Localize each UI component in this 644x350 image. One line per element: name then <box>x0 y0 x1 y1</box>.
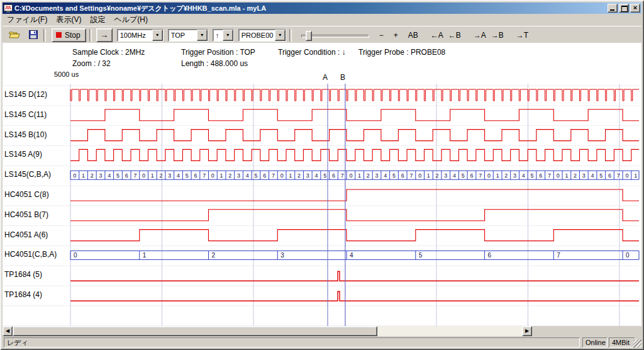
bus-value: 6 <box>539 172 542 179</box>
maximize-button[interactable] <box>619 4 629 13</box>
digital-wave <box>70 149 639 161</box>
bus-value: 3 <box>99 172 103 179</box>
bus-value: 4 <box>453 172 456 179</box>
bus-value: 5 <box>323 172 326 179</box>
menu-settings[interactable]: 設定 <box>86 13 109 26</box>
minimize-button[interactable] <box>608 4 618 13</box>
bus-value: 0 <box>557 172 560 179</box>
bus-value: 0 <box>73 172 76 179</box>
bus-value: 2 <box>367 172 370 179</box>
app-icon[interactable] <box>4 4 13 13</box>
bus-value: 1 <box>220 172 223 179</box>
bus-value: 3 <box>280 252 284 259</box>
close-icon: × <box>633 4 637 11</box>
bus-value: 3 <box>168 172 171 179</box>
slider-handle[interactable] <box>306 31 312 41</box>
bus-value: 3 <box>444 172 447 179</box>
sample-clock-info: Sample Clock : 2MHz <box>72 48 145 57</box>
bus-value: 4 <box>522 172 525 179</box>
resize-grip[interactable] <box>633 339 641 347</box>
dropdown-arrow-icon[interactable]: ▼ <box>152 30 163 41</box>
digital-wave <box>70 130 639 141</box>
save-button[interactable] <box>26 28 40 42</box>
sample-clock-combo[interactable]: 100MHz ▼ <box>117 29 164 42</box>
bus-value: 5 <box>392 172 396 179</box>
trigger-condition-info: Trigger Condition : ↓ <box>278 48 346 57</box>
scrollbar-thumb[interactable] <box>13 326 377 336</box>
status-bar: レディ Online 4MBit <box>3 337 641 347</box>
zoom-out-button[interactable]: − <box>377 30 386 41</box>
close-button[interactable]: × <box>630 4 640 13</box>
channel-label: LS145 B(10) <box>4 130 47 139</box>
bus-value: 7 <box>557 252 560 259</box>
trigger-probe-info: Trigger Probe : PROBE08 <box>358 48 445 57</box>
window-controls: × <box>608 4 640 13</box>
status-memory: 4MBit <box>609 337 635 347</box>
bus-value: 6 <box>194 172 197 179</box>
bus-value: 2 <box>504 172 508 179</box>
bus-value: 7 <box>548 172 551 179</box>
channel-label: HC4051(C,B,A) <box>4 250 57 259</box>
scroll-left-button[interactable]: ◀ <box>3 326 13 336</box>
trigger-position-combo[interactable]: TOP ▼ <box>168 29 208 42</box>
bus-value: 7 <box>133 172 136 179</box>
cursor-b-label: B <box>340 73 345 82</box>
run-button[interactable]: → <box>96 28 113 42</box>
stop-button[interactable]: Stop <box>52 28 86 42</box>
bus-value: 6 <box>125 172 128 179</box>
scroll-right-button[interactable]: ▶ <box>522 326 532 336</box>
bus-value: 0 <box>626 252 630 259</box>
bus-value: 3 <box>237 172 240 179</box>
title-bar: C:¥Documents and Settings¥noname¥デスクトップ¥… <box>3 3 641 14</box>
horizontal-scrollbar[interactable]: ◀ ▶ <box>3 326 532 336</box>
goto-cursor-a-button[interactable]: ←A <box>428 30 446 41</box>
bus-value: 0 <box>487 172 491 179</box>
bus-value: 6 <box>263 172 266 179</box>
status-message: レディ <box>4 337 580 347</box>
set-cursor-a-button[interactable]: →A <box>471 30 489 41</box>
bus-value: 2 <box>297 172 301 179</box>
client-area: Sample Clock : 2MHz Trigger Position : T… <box>3 43 641 326</box>
open-button[interactable] <box>6 28 23 42</box>
goto-trigger-button[interactable]: →T <box>514 30 531 41</box>
trigger-position-info: Trigger Position : TOP <box>181 48 255 57</box>
menu-help[interactable]: ヘルプ(H) <box>109 13 152 26</box>
toolbar-separator <box>89 29 92 42</box>
ab-range-button[interactable]: AB <box>406 30 421 41</box>
channel-label: HC4051 A(6) <box>4 230 48 239</box>
menu-file[interactable]: ファイル(F) <box>3 13 52 26</box>
trigger-probe-combo[interactable]: PROBE00 ▼ <box>238 29 286 42</box>
waveform-canvas[interactable]: 0123456701234567012345670123456701234567… <box>3 84 640 326</box>
menu-bar: ファイル(F) 表示(V) 設定 ヘルプ(H) <box>3 14 641 26</box>
trigger-edge-combo[interactable]: ↑ ▼ <box>213 29 234 42</box>
bus-value: 5 <box>186 172 189 179</box>
zoom-in-button[interactable]: + <box>391 30 401 41</box>
bus-value: 1 <box>289 172 292 179</box>
digital-wave <box>70 189 639 201</box>
bus-value: 3 <box>306 172 309 179</box>
channel-label: LS145 A(9) <box>4 150 42 159</box>
menu-view[interactable]: 表示(V) <box>52 13 86 26</box>
bus-value: 1 <box>427 172 430 179</box>
bus-value: 2 <box>574 172 577 179</box>
minimize-icon <box>610 9 614 11</box>
dropdown-arrow-icon[interactable]: ▼ <box>275 30 286 41</box>
zoom-slider[interactable] <box>301 29 369 42</box>
toolbar-separator <box>43 29 46 42</box>
zoom-info: Zoom : / 32 <box>72 59 111 68</box>
dropdown-arrow-icon[interactable]: ▼ <box>223 30 233 41</box>
bus-value: 1 <box>358 172 361 179</box>
dropdown-arrow-icon[interactable]: ▼ <box>197 30 208 41</box>
bus-value: 0 <box>142 172 145 179</box>
channel-label: HC4051 C(8) <box>4 190 49 199</box>
bus-value: 7 <box>203 172 206 179</box>
channel-label: LS145 D(12) <box>4 90 47 99</box>
goto-cursor-b-button[interactable]: ←B <box>446 30 464 41</box>
pulse-wave <box>70 291 639 301</box>
bus-value: 1 <box>634 172 637 179</box>
bus-value: 2 <box>436 172 439 179</box>
digital-wave <box>70 110 639 121</box>
set-cursor-b-button[interactable]: →B <box>489 30 506 41</box>
scroll-row: ◀ ▶ <box>3 326 641 336</box>
bus-value: 0 <box>625 172 628 179</box>
